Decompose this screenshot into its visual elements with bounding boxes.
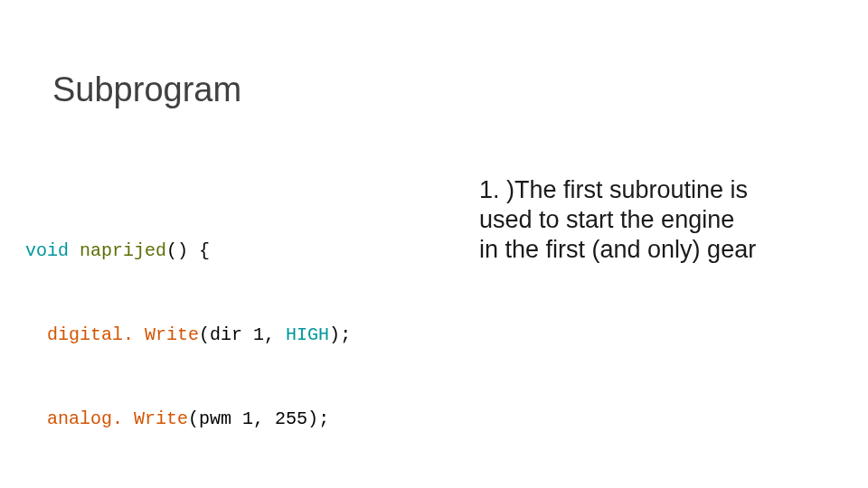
lp: ( [188, 408, 199, 429]
comma: , [253, 408, 275, 429]
rp: ) [307, 408, 318, 429]
keyword-void: void [25, 240, 69, 261]
semi: ; [340, 324, 351, 345]
slide: Subprogram void naprijed() { digital. Wr… [0, 0, 868, 488]
comma: , [264, 324, 286, 345]
description-text: 1. )The first subroutine is used to star… [479, 175, 760, 265]
arg-dir1: dir 1 [210, 324, 264, 345]
num-255: 255 [275, 408, 307, 429]
slide-title: Subprogram [52, 70, 241, 109]
code-block: void naprijed() { digital. Write(dir 1, … [25, 181, 351, 488]
arg-pwm1: pwm 1 [199, 408, 253, 429]
paren-open: () [166, 240, 188, 261]
const-high: HIGH [286, 324, 329, 345]
code-line-1: void naprijed() { [25, 237, 351, 265]
function-name: naprijed [80, 240, 166, 261]
builtin-analogwrite: analog. Write [47, 408, 188, 429]
rp: ) [329, 324, 340, 345]
code-line-2: digital. Write(dir 1, HIGH); [25, 321, 351, 349]
semi: ; [318, 408, 329, 429]
builtin-digitalwrite: digital. Write [47, 324, 199, 345]
brace-open: { [188, 240, 210, 261]
code-line-3: analog. Write(pwm 1, 255); [25, 405, 351, 433]
lp: ( [199, 324, 210, 345]
